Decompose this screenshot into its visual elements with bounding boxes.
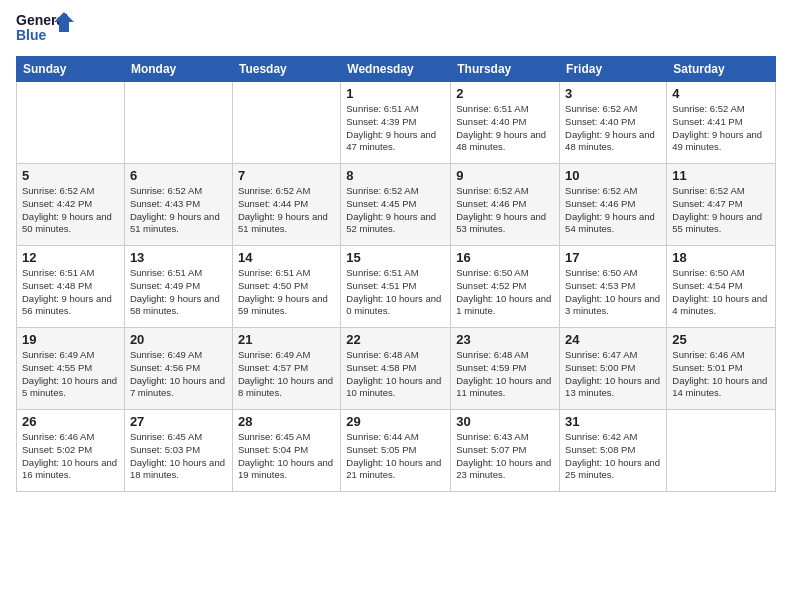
calendar-cell	[667, 410, 776, 492]
day-number: 7	[238, 168, 335, 183]
calendar-cell: 22Sunrise: 6:48 AM Sunset: 4:58 PM Dayli…	[341, 328, 451, 410]
day-number: 8	[346, 168, 445, 183]
day-number: 14	[238, 250, 335, 265]
day-number: 17	[565, 250, 661, 265]
svg-text:Blue: Blue	[16, 27, 47, 43]
day-number: 13	[130, 250, 227, 265]
week-row-1: 1Sunrise: 6:51 AM Sunset: 4:39 PM Daylig…	[17, 82, 776, 164]
day-info: Sunrise: 6:45 AM Sunset: 5:03 PM Dayligh…	[130, 431, 227, 482]
weekday-header-friday: Friday	[560, 57, 667, 82]
calendar-cell: 13Sunrise: 6:51 AM Sunset: 4:49 PM Dayli…	[124, 246, 232, 328]
calendar-cell: 26Sunrise: 6:46 AM Sunset: 5:02 PM Dayli…	[17, 410, 125, 492]
day-info: Sunrise: 6:52 AM Sunset: 4:43 PM Dayligh…	[130, 185, 227, 236]
weekday-header-saturday: Saturday	[667, 57, 776, 82]
day-info: Sunrise: 6:44 AM Sunset: 5:05 PM Dayligh…	[346, 431, 445, 482]
calendar-cell: 24Sunrise: 6:47 AM Sunset: 5:00 PM Dayli…	[560, 328, 667, 410]
calendar-table: SundayMondayTuesdayWednesdayThursdayFrid…	[16, 56, 776, 492]
day-number: 19	[22, 332, 119, 347]
calendar-cell: 28Sunrise: 6:45 AM Sunset: 5:04 PM Dayli…	[232, 410, 340, 492]
day-info: Sunrise: 6:46 AM Sunset: 5:01 PM Dayligh…	[672, 349, 770, 400]
calendar-cell: 12Sunrise: 6:51 AM Sunset: 4:48 PM Dayli…	[17, 246, 125, 328]
day-number: 30	[456, 414, 554, 429]
week-row-4: 19Sunrise: 6:49 AM Sunset: 4:55 PM Dayli…	[17, 328, 776, 410]
calendar-cell: 11Sunrise: 6:52 AM Sunset: 4:47 PM Dayli…	[667, 164, 776, 246]
day-number: 11	[672, 168, 770, 183]
calendar-cell: 10Sunrise: 6:52 AM Sunset: 4:46 PM Dayli…	[560, 164, 667, 246]
day-info: Sunrise: 6:52 AM Sunset: 4:46 PM Dayligh…	[565, 185, 661, 236]
day-number: 4	[672, 86, 770, 101]
day-info: Sunrise: 6:52 AM Sunset: 4:42 PM Dayligh…	[22, 185, 119, 236]
day-info: Sunrise: 6:52 AM Sunset: 4:47 PM Dayligh…	[672, 185, 770, 236]
weekday-header-tuesday: Tuesday	[232, 57, 340, 82]
logo-svg: General Blue	[16, 10, 76, 48]
weekday-header-sunday: Sunday	[17, 57, 125, 82]
calendar-cell: 2Sunrise: 6:51 AM Sunset: 4:40 PM Daylig…	[451, 82, 560, 164]
calendar-cell: 5Sunrise: 6:52 AM Sunset: 4:42 PM Daylig…	[17, 164, 125, 246]
day-number: 12	[22, 250, 119, 265]
calendar-cell: 21Sunrise: 6:49 AM Sunset: 4:57 PM Dayli…	[232, 328, 340, 410]
day-number: 10	[565, 168, 661, 183]
day-info: Sunrise: 6:47 AM Sunset: 5:00 PM Dayligh…	[565, 349, 661, 400]
logo: General Blue	[16, 10, 76, 48]
day-info: Sunrise: 6:45 AM Sunset: 5:04 PM Dayligh…	[238, 431, 335, 482]
day-info: Sunrise: 6:51 AM Sunset: 4:51 PM Dayligh…	[346, 267, 445, 318]
day-info: Sunrise: 6:50 AM Sunset: 4:53 PM Dayligh…	[565, 267, 661, 318]
day-number: 27	[130, 414, 227, 429]
day-number: 2	[456, 86, 554, 101]
day-number: 6	[130, 168, 227, 183]
day-number: 9	[456, 168, 554, 183]
day-number: 16	[456, 250, 554, 265]
day-info: Sunrise: 6:50 AM Sunset: 4:52 PM Dayligh…	[456, 267, 554, 318]
weekday-header-wednesday: Wednesday	[341, 57, 451, 82]
day-info: Sunrise: 6:42 AM Sunset: 5:08 PM Dayligh…	[565, 431, 661, 482]
day-info: Sunrise: 6:51 AM Sunset: 4:39 PM Dayligh…	[346, 103, 445, 154]
day-number: 23	[456, 332, 554, 347]
header: General Blue	[16, 10, 776, 48]
calendar-cell: 18Sunrise: 6:50 AM Sunset: 4:54 PM Dayli…	[667, 246, 776, 328]
calendar-cell: 31Sunrise: 6:42 AM Sunset: 5:08 PM Dayli…	[560, 410, 667, 492]
day-info: Sunrise: 6:52 AM Sunset: 4:40 PM Dayligh…	[565, 103, 661, 154]
day-number: 15	[346, 250, 445, 265]
day-info: Sunrise: 6:49 AM Sunset: 4:55 PM Dayligh…	[22, 349, 119, 400]
day-number: 22	[346, 332, 445, 347]
calendar-cell: 27Sunrise: 6:45 AM Sunset: 5:03 PM Dayli…	[124, 410, 232, 492]
day-info: Sunrise: 6:49 AM Sunset: 4:57 PM Dayligh…	[238, 349, 335, 400]
day-number: 24	[565, 332, 661, 347]
calendar-cell: 15Sunrise: 6:51 AM Sunset: 4:51 PM Dayli…	[341, 246, 451, 328]
calendar-cell: 19Sunrise: 6:49 AM Sunset: 4:55 PM Dayli…	[17, 328, 125, 410]
day-number: 25	[672, 332, 770, 347]
day-info: Sunrise: 6:46 AM Sunset: 5:02 PM Dayligh…	[22, 431, 119, 482]
calendar-cell: 1Sunrise: 6:51 AM Sunset: 4:39 PM Daylig…	[341, 82, 451, 164]
day-number: 29	[346, 414, 445, 429]
calendar-cell: 17Sunrise: 6:50 AM Sunset: 4:53 PM Dayli…	[560, 246, 667, 328]
calendar-cell: 20Sunrise: 6:49 AM Sunset: 4:56 PM Dayli…	[124, 328, 232, 410]
day-info: Sunrise: 6:51 AM Sunset: 4:49 PM Dayligh…	[130, 267, 227, 318]
day-number: 18	[672, 250, 770, 265]
day-number: 21	[238, 332, 335, 347]
day-info: Sunrise: 6:48 AM Sunset: 4:59 PM Dayligh…	[456, 349, 554, 400]
weekday-header-thursday: Thursday	[451, 57, 560, 82]
calendar-cell: 30Sunrise: 6:43 AM Sunset: 5:07 PM Dayli…	[451, 410, 560, 492]
calendar-cell: 4Sunrise: 6:52 AM Sunset: 4:41 PM Daylig…	[667, 82, 776, 164]
week-row-5: 26Sunrise: 6:46 AM Sunset: 5:02 PM Dayli…	[17, 410, 776, 492]
calendar-cell	[17, 82, 125, 164]
day-number: 1	[346, 86, 445, 101]
day-info: Sunrise: 6:52 AM Sunset: 4:41 PM Dayligh…	[672, 103, 770, 154]
calendar-cell: 25Sunrise: 6:46 AM Sunset: 5:01 PM Dayli…	[667, 328, 776, 410]
calendar-cell: 16Sunrise: 6:50 AM Sunset: 4:52 PM Dayli…	[451, 246, 560, 328]
day-info: Sunrise: 6:51 AM Sunset: 4:50 PM Dayligh…	[238, 267, 335, 318]
day-info: Sunrise: 6:49 AM Sunset: 4:56 PM Dayligh…	[130, 349, 227, 400]
day-info: Sunrise: 6:52 AM Sunset: 4:44 PM Dayligh…	[238, 185, 335, 236]
day-number: 5	[22, 168, 119, 183]
day-number: 28	[238, 414, 335, 429]
calendar-cell	[124, 82, 232, 164]
calendar-cell: 7Sunrise: 6:52 AM Sunset: 4:44 PM Daylig…	[232, 164, 340, 246]
calendar-cell: 6Sunrise: 6:52 AM Sunset: 4:43 PM Daylig…	[124, 164, 232, 246]
day-info: Sunrise: 6:48 AM Sunset: 4:58 PM Dayligh…	[346, 349, 445, 400]
day-info: Sunrise: 6:52 AM Sunset: 4:45 PM Dayligh…	[346, 185, 445, 236]
calendar-cell: 29Sunrise: 6:44 AM Sunset: 5:05 PM Dayli…	[341, 410, 451, 492]
day-info: Sunrise: 6:43 AM Sunset: 5:07 PM Dayligh…	[456, 431, 554, 482]
day-number: 26	[22, 414, 119, 429]
day-info: Sunrise: 6:51 AM Sunset: 4:40 PM Dayligh…	[456, 103, 554, 154]
day-number: 31	[565, 414, 661, 429]
